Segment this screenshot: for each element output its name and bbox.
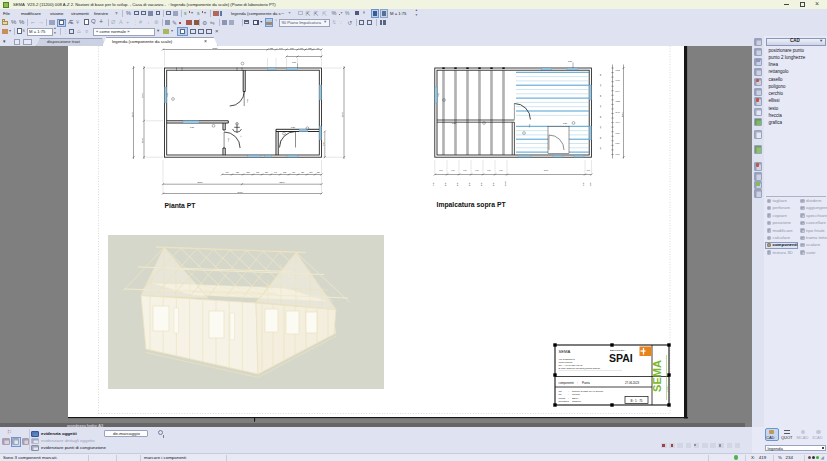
svg-text:5650: 5650: [212, 47, 218, 49]
svg-text:940: 940: [444, 182, 446, 186]
svg-text:940: 940: [475, 169, 479, 171]
svg-text:componente: componente: [559, 381, 575, 385]
svg-text:940: 940: [451, 169, 455, 171]
svg-text:3060: 3060: [197, 181, 203, 183]
svg-text:940: 940: [587, 169, 591, 171]
svg-text:8870: 8870: [621, 112, 623, 117]
svg-text:60: 60: [599, 115, 601, 118]
svg-text:27.06.2023: 27.06.2023: [625, 381, 639, 385]
svg-text:940: 940: [487, 169, 491, 171]
svg-text:Pianta PT: Pianta PT: [165, 202, 197, 209]
svg-text:570: 570: [290, 47, 294, 49]
svg-text:1,24: 1,24: [616, 132, 621, 135]
svg-text:E-Mail: gabriele.navarra@sema-: E-Mail: gabriele.navarra@sema-soft.de: [559, 367, 601, 370]
svg-text:940: 940: [463, 169, 467, 171]
svg-text:520: 520: [270, 47, 274, 49]
svg-text:B : 1 : 75: B : 1 : 75: [630, 399, 642, 403]
svg-text:PoR: PoR: [292, 61, 297, 63]
svg-text:Pianta: Pianta: [582, 381, 590, 385]
svg-text:3,52: 3,52: [616, 100, 621, 103]
svg-text:PaB: PaB: [246, 98, 248, 103]
svg-text:940: 940: [468, 182, 470, 186]
svg-text:60: 60: [599, 73, 601, 76]
svg-text:PoR: PoR: [568, 60, 573, 62]
svg-text:180: 180: [589, 182, 591, 186]
svg-text:120: 120: [317, 171, 320, 173]
svg-text:3040: 3040: [504, 181, 506, 186]
svg-text:910: 910: [292, 171, 295, 173]
svg-text:970: 970: [225, 171, 228, 173]
svg-text:870: 870: [265, 171, 268, 173]
svg-text:6,06: 6,06: [616, 79, 621, 82]
svg-text:3040: 3040: [544, 169, 549, 171]
svg-text:PaB: PaB: [227, 137, 229, 142]
svg-text:2,40: 2,40: [616, 111, 621, 114]
svg-text:PaR: PaR: [563, 122, 568, 124]
svg-text:865: 865: [246, 171, 249, 173]
svg-text:740: 740: [439, 169, 443, 171]
svg-text:730: 730: [236, 171, 239, 173]
svg-text:60: 60: [599, 83, 601, 86]
svg-text:60: 60: [599, 94, 601, 97]
svg-text:900: 900: [300, 47, 304, 49]
svg-text:Impalcatura sopra PT: Impalcatura sopra PT: [437, 201, 507, 209]
svg-text:775: 775: [283, 171, 286, 173]
svg-text:1,94: 1,94: [616, 121, 621, 124]
svg-text:60: 60: [599, 125, 601, 128]
svg-text:5,04: 5,04: [616, 90, 621, 93]
svg-text:5340: 5340: [279, 181, 285, 183]
svg-text:PaR: PaR: [166, 92, 168, 97]
svg-text:0,24: 0,24: [616, 153, 621, 156]
svg-text:0,84: 0,84: [616, 142, 621, 145]
svg-text:740: 740: [432, 182, 434, 186]
svg-text:60: 60: [599, 136, 601, 139]
svg-text:8870: 8870: [131, 111, 133, 117]
svg-text:△: △: [240, 135, 242, 138]
svg-text:620: 620: [301, 171, 304, 173]
svg-text:PaR: PaR: [452, 122, 457, 124]
svg-text:6,08: 6,08: [616, 69, 621, 72]
svg-text:3650: 3650: [141, 137, 143, 143]
svg-text:PaB: PaB: [528, 123, 530, 128]
svg-text:Ad2: Ad2: [322, 141, 324, 146]
svg-text:PaR: PaR: [190, 126, 195, 128]
svg-text:90: 90: [317, 47, 320, 49]
svg-text:software: software: [666, 386, 668, 392]
svg-text:SEMA: SEMA: [651, 360, 663, 392]
svg-text:940: 940: [480, 182, 482, 186]
svg-text:705: 705: [256, 171, 259, 173]
svg-text:PaR: PaR: [291, 126, 296, 128]
svg-text:540: 540: [279, 47, 283, 49]
svg-text:940: 940: [456, 182, 458, 186]
svg-text:SPAI: SPAI: [609, 352, 633, 364]
svg-text:5300: 5300: [141, 92, 143, 98]
svg-text:940: 940: [499, 169, 503, 171]
svg-text:SEMA: SEMA: [559, 349, 571, 354]
svg-text:640: 640: [274, 171, 277, 173]
svg-text:8870: 8870: [341, 111, 343, 117]
svg-text:220: 220: [308, 47, 312, 49]
svg-text:Gabriele: Gabriele: [572, 400, 582, 403]
svg-text:810: 810: [309, 171, 312, 173]
svg-text:8400: 8400: [237, 191, 243, 193]
svg-text:140: 140: [582, 182, 584, 186]
svg-text:60: 60: [599, 146, 601, 149]
svg-text:940: 940: [492, 182, 494, 186]
svg-text:PaR: PaR: [437, 92, 439, 97]
svg-text:60: 60: [599, 104, 601, 107]
